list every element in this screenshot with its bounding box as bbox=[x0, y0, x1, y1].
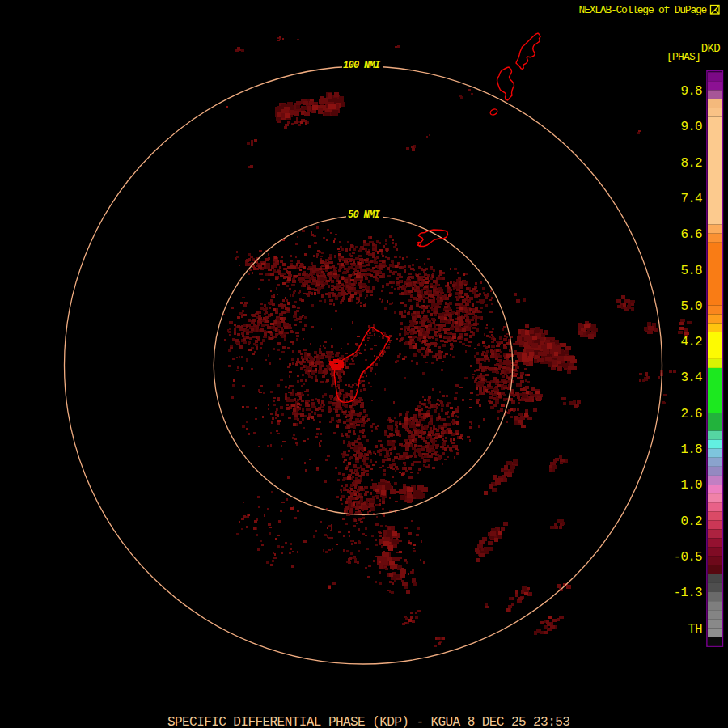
svg-text:9.8: 9.8 bbox=[681, 84, 703, 99]
svg-text:-0.5: -0.5 bbox=[674, 550, 702, 565]
svg-text:[PHAS]: [PHAS] bbox=[667, 51, 700, 63]
svg-text:SPECIFIC DIFFERENTIAL PHASE (K: SPECIFIC DIFFERENTIAL PHASE (KDP) - KGUA… bbox=[167, 715, 569, 728]
svg-text:8.2: 8.2 bbox=[681, 156, 703, 171]
svg-text:2.6: 2.6 bbox=[681, 407, 703, 421]
svg-text:5.8: 5.8 bbox=[681, 264, 703, 278]
svg-text:1.8: 1.8 bbox=[681, 442, 703, 457]
svg-text:9.0: 9.0 bbox=[681, 120, 703, 134]
svg-text:3.4: 3.4 bbox=[681, 370, 703, 385]
svg-text:5.0: 5.0 bbox=[681, 299, 703, 314]
svg-text:6.6: 6.6 bbox=[681, 227, 703, 242]
svg-text:TH: TH bbox=[688, 622, 702, 637]
svg-text:7.4: 7.4 bbox=[681, 192, 703, 206]
svg-text:DKD: DKD bbox=[701, 42, 721, 55]
svg-text:0.2: 0.2 bbox=[681, 514, 703, 529]
svg-text:-1.3: -1.3 bbox=[674, 586, 702, 600]
svg-text:4.2: 4.2 bbox=[681, 335, 703, 349]
svg-text:1.0: 1.0 bbox=[681, 478, 703, 493]
svg-text:50 NMI: 50 NMI bbox=[348, 210, 381, 221]
svg-text:100 NMI: 100 NMI bbox=[343, 60, 381, 71]
svg-text:NEXLAB-College of DuPage: NEXLAB-College of DuPage bbox=[579, 4, 707, 16]
